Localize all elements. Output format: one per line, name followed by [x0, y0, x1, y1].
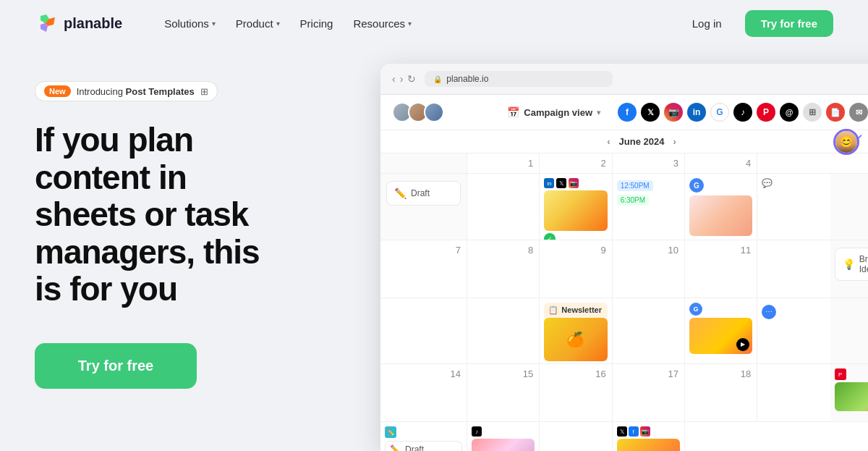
- day4-cell: G: [685, 174, 757, 240]
- draft-label: Draft: [411, 188, 430, 198]
- day4-comment-icon: 💬: [762, 178, 825, 188]
- solutions-chevron-icon: ▾: [212, 20, 216, 28]
- nav-right: Log in Try for free: [681, 10, 833, 37]
- user-face: 😊: [835, 131, 857, 153]
- lock-icon: 🔒: [433, 75, 442, 83]
- tiktok-icon[interactable]: ♪: [733, 103, 752, 122]
- app-preview: ‹ › ↻ 🔒 planable.io: [380, 64, 868, 451]
- social-icons-bar: f 𝕏 📷 in G ♪ P @ ⊞ 📄 ✉ +: [618, 103, 868, 122]
- day16-header: 16: [540, 364, 612, 422]
- newsletter-card[interactable]: 📋 Newsletter 🍊: [544, 303, 607, 361]
- url-text: planable.io: [446, 74, 488, 84]
- newsletter-image: 🍊: [544, 318, 607, 361]
- brand-name: planable: [64, 15, 122, 32]
- week1-row-label: ✏️ Draft: [380, 174, 467, 240]
- nav-links: Solutions ▾ Product ▾ Pricing Resources …: [157, 13, 419, 34]
- nav-pricing[interactable]: Pricing: [293, 13, 341, 34]
- pinterest-icon[interactable]: P: [757, 103, 775, 122]
- overflow-indicator: ⋯: [762, 305, 776, 319]
- day2-check: ✓: [544, 233, 556, 240]
- draft-card-week1[interactable]: ✏️ Draft: [386, 181, 461, 206]
- campaign-view-chevron-icon: ▾: [597, 109, 600, 117]
- day19-partial: [685, 422, 757, 451]
- day10-cell: [613, 298, 685, 365]
- day9-cell: 📋 Newsletter 🍊: [540, 298, 612, 365]
- x-badge: 𝕏: [556, 178, 566, 188]
- calendar-header: ‹ June 2024 › ↙ 😊: [380, 130, 868, 153]
- nav-solutions[interactable]: Solutions ▾: [157, 13, 223, 34]
- day18-social-badges: 𝕏 f 📷: [617, 426, 680, 437]
- browser-back-icon[interactable]: ‹: [392, 73, 396, 85]
- day15-cell: ✏️ ✏️ Draft: [380, 422, 467, 451]
- feature-badge[interactable]: New Introducing Post Templates ⊞: [35, 81, 218, 101]
- hero-section: New Introducing Post Templates ⊞ If you …: [35, 64, 346, 451]
- twitter-x-icon[interactable]: 𝕏: [641, 103, 660, 122]
- day18-post-image: [617, 439, 680, 451]
- day10-header: 10: [613, 240, 685, 298]
- brief-dot-icon: 💡: [843, 258, 855, 270]
- day4-g-icon: G: [689, 178, 704, 193]
- browser-refresh-icon[interactable]: ↻: [407, 73, 416, 85]
- main-content: New Introducing Post Templates ⊞ If you …: [0, 46, 868, 451]
- day17-header: 17: [613, 364, 685, 422]
- logo[interactable]: planable: [35, 12, 122, 35]
- day17-cell: [540, 422, 612, 451]
- app-content: 📅 Campaign view ▾ f 𝕏 📷 in G ♪ P @ ⊞: [380, 95, 868, 451]
- facebook-icon[interactable]: f: [618, 103, 637, 122]
- day14-pi-badge: P: [835, 368, 846, 380]
- day14-post-image: [835, 382, 868, 411]
- badge-intro-text: Introducing Post Templates: [77, 86, 195, 97]
- navigation: planable Solutions ▾ Product ▾ Pricing R…: [0, 0, 868, 46]
- nav-resources[interactable]: Resources ▾: [346, 13, 419, 34]
- prev-month-button[interactable]: ‹: [607, 136, 610, 147]
- week1-label-header: [380, 153, 467, 174]
- threads-icon[interactable]: @: [780, 103, 799, 122]
- brief-label: Brief & Ideas: [859, 254, 868, 274]
- newsletter-icon: 📋: [548, 305, 558, 315]
- mail-icon[interactable]: ✉: [849, 103, 868, 122]
- login-button[interactable]: Log in: [681, 12, 733, 35]
- document-icon[interactable]: 📄: [826, 103, 845, 122]
- linkedin-icon[interactable]: in: [687, 103, 706, 122]
- next-month-button[interactable]: ›: [673, 136, 676, 147]
- browser-nav-buttons: ‹ › ↻: [392, 73, 416, 85]
- calendar-icon: 📅: [507, 106, 519, 118]
- day11-g-badge: G: [689, 303, 702, 316]
- campaign-view-label: Campaign view: [524, 107, 592, 118]
- user-avatar: 😊: [833, 129, 859, 155]
- day1-cell: [467, 174, 540, 240]
- day16-cell: ♪: [467, 422, 540, 451]
- day11-cell: G ▶: [685, 298, 757, 365]
- day7-cell: [380, 298, 467, 365]
- day8-header: 8: [467, 240, 540, 298]
- day14-header: 14: [380, 364, 467, 422]
- day2-social-badges: in 𝕏 📷: [544, 178, 607, 188]
- toolbar-avatars: [392, 102, 444, 122]
- day15-draft[interactable]: ✏️ Draft: [385, 441, 462, 451]
- resources-chevron-icon: ▾: [408, 20, 412, 28]
- nav-product[interactable]: Product ▾: [229, 13, 287, 34]
- campaign-view-button[interactable]: 📅 Campaign view ▾: [507, 106, 600, 118]
- day18-x-badge: 𝕏: [617, 426, 627, 437]
- template-icon: ⊞: [200, 86, 208, 97]
- more-social-icon[interactable]: ⊞: [803, 103, 822, 122]
- day4-header: 4: [685, 153, 757, 174]
- week2-row-label: 💡 Brief & Ideas: [830, 240, 868, 298]
- day19-header: [757, 364, 830, 422]
- draft-dot-icon: ✏️: [394, 187, 407, 199]
- day12-header: [757, 240, 830, 298]
- browser-url-bar[interactable]: 🔒 planable.io: [425, 71, 613, 87]
- day15-draft-icon: ✏️: [390, 444, 401, 451]
- day3-cell: 12:50PM 6:30PM: [613, 174, 685, 240]
- instagram-icon[interactable]: 📷: [664, 103, 683, 122]
- week3-label-header: [830, 298, 868, 365]
- day15-draft-label: Draft: [405, 444, 424, 451]
- try-free-hero-button[interactable]: Try for free: [35, 343, 197, 389]
- day12-partial: ⋯: [757, 298, 830, 365]
- day8-cell: [467, 298, 540, 365]
- google-icon[interactable]: G: [710, 103, 729, 122]
- try-free-nav-button[interactable]: Try for free: [745, 10, 833, 37]
- play-icon: ▶: [736, 338, 749, 351]
- browser-forward-icon[interactable]: ›: [400, 73, 404, 85]
- brief-card[interactable]: 💡 Brief & Ideas: [835, 248, 868, 281]
